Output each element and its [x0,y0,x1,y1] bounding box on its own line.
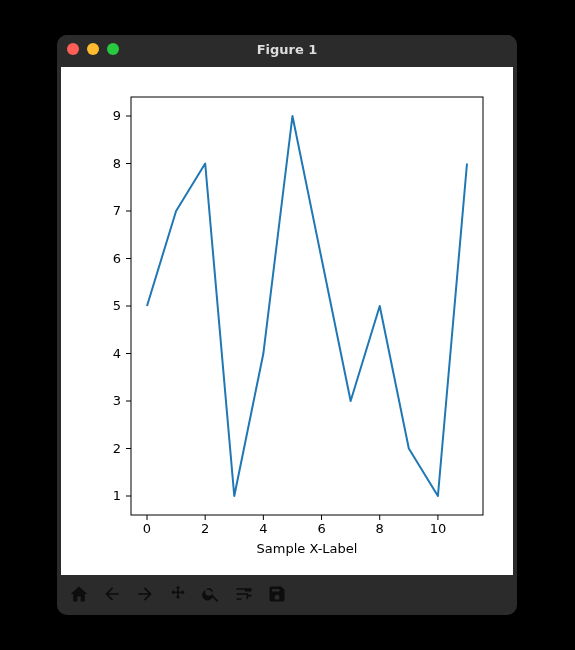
svg-text:8: 8 [376,521,384,536]
sliders-icon [234,584,254,604]
save-icon [267,584,287,604]
plot-svg: 0246810123456789Sample X-Label [61,67,513,575]
back-button[interactable] [96,579,128,609]
svg-text:4: 4 [113,346,121,361]
zoom-icon [201,584,221,604]
plot-canvas[interactable]: 0246810123456789Sample X-Label [61,67,513,575]
close-icon[interactable] [67,43,79,55]
svg-text:9: 9 [113,108,121,123]
svg-text:2: 2 [113,441,121,456]
svg-text:4: 4 [259,521,267,536]
move-icon [168,584,188,604]
home-icon [69,584,89,604]
svg-text:8: 8 [113,156,121,171]
svg-text:5: 5 [113,298,121,313]
svg-text:2: 2 [201,521,209,536]
arrow-left-icon [102,584,122,604]
figure-window: Figure 1 0246810123456789Sample X-Label [57,35,517,615]
svg-text:10: 10 [430,521,447,536]
window-title: Figure 1 [57,42,517,57]
titlebar: Figure 1 [57,35,517,63]
svg-text:3: 3 [113,393,121,408]
zoom-button[interactable] [195,579,227,609]
maximize-icon[interactable] [107,43,119,55]
configure-button[interactable] [228,579,260,609]
save-button[interactable] [261,579,293,609]
svg-text:7: 7 [113,203,121,218]
traffic-lights [67,43,119,55]
forward-button[interactable] [129,579,161,609]
svg-text:6: 6 [113,251,121,266]
svg-text:6: 6 [317,521,325,536]
svg-text:1: 1 [113,488,121,503]
home-button[interactable] [63,579,95,609]
svg-text:Sample X-Label: Sample X-Label [257,541,358,556]
arrow-right-icon [135,584,155,604]
svg-text:0: 0 [143,521,151,536]
mpl-toolbar [61,577,513,611]
pan-button[interactable] [162,579,194,609]
minimize-icon[interactable] [87,43,99,55]
svg-rect-0 [131,97,483,515]
